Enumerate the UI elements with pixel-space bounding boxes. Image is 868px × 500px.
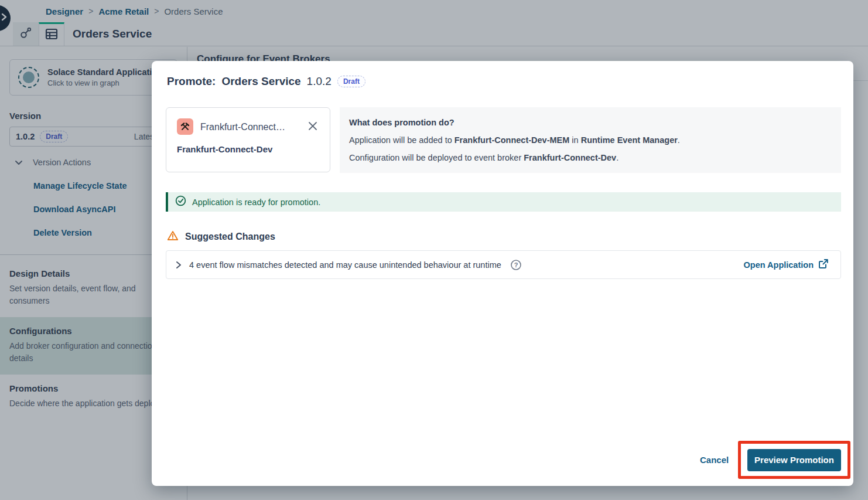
- cancel-button[interactable]: Cancel: [700, 455, 729, 465]
- info-heading: What does promotion do?: [349, 118, 829, 127]
- banner-text: Application is ready for promotion.: [192, 198, 320, 207]
- external-link-icon: [818, 258, 829, 271]
- ready-for-promotion-banner: Application is ready for promotion.: [166, 192, 841, 212]
- warning-triangle-icon: [167, 230, 179, 243]
- modal-app-name: Orders Service: [221, 75, 300, 88]
- svg-text:?: ?: [514, 261, 518, 268]
- remove-target-button[interactable]: [307, 121, 318, 134]
- event-broker-icon: [177, 118, 193, 135]
- mismatch-description: 4 event flow mismatches detected and may…: [189, 260, 501, 270]
- promotion-info-panel: What does promotion do? Application will…: [340, 107, 841, 173]
- target-broker-name: Frankfurt-Connect-Dev: [177, 144, 272, 154]
- info-line-2: Configuration will be deployed to event …: [349, 153, 829, 162]
- close-icon: [307, 123, 318, 133]
- target-environment-name: Frankfurt-Connect…: [200, 122, 285, 132]
- expand-chevron-icon[interactable]: [176, 261, 182, 269]
- draft-status-badge: Draft: [337, 76, 365, 87]
- suggested-changes-heading: Suggested Changes: [167, 230, 275, 243]
- modal-title: Promote: Orders Service 1.0.2 Draft: [167, 75, 365, 88]
- open-application-link[interactable]: Open Application: [744, 258, 829, 271]
- modal-version: 1.0.2: [307, 75, 332, 88]
- promotion-target-card: Frankfurt-Connect… Frankfurt-Connect-Dev: [166, 107, 330, 172]
- promote-modal: Promote: Orders Service 1.0.2 Draft Fran…: [152, 61, 853, 486]
- open-application-label: Open Application: [744, 260, 814, 270]
- check-circle-icon: [175, 195, 186, 209]
- suggested-changes-label: Suggested Changes: [185, 232, 275, 242]
- event-flow-mismatch-row[interactable]: 4 event flow mismatches detected and may…: [166, 250, 841, 279]
- help-icon[interactable]: ?: [510, 259, 522, 271]
- preview-promotion-button[interactable]: Preview Promotion: [747, 449, 841, 471]
- annotation-highlight-rect: Preview Promotion: [738, 441, 850, 479]
- info-line-1: Application will be added to Frankfurt-C…: [349, 135, 829, 145]
- promote-label: Promote:: [167, 75, 216, 88]
